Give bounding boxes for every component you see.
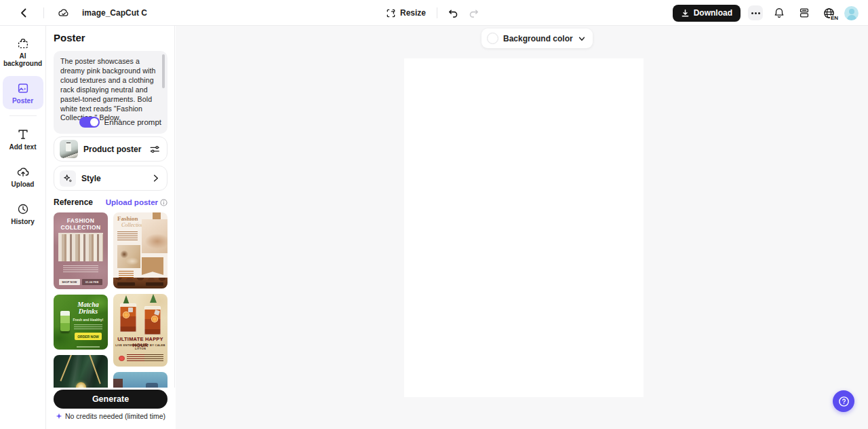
undo-button[interactable] [444,4,462,22]
artboard[interactable] [404,58,644,397]
enhance-prompt-toggle[interactable] [79,117,100,128]
product-poster-label: Product poster [83,145,149,154]
reference-thumb-happy-hour[interactable]: ULTIMATE HAPPY HOUR LIVE ENTERTAINMENT B… [113,294,167,367]
background-color-dropdown[interactable]: Background color [481,29,593,48]
heels-photo [142,219,167,253]
language-button[interactable]: EN [821,5,837,20]
poster-title: Collection [121,222,144,228]
style-card[interactable]: Style [54,166,167,191]
poster-subtitle: LIVE ENTERTAINMENT BY CALEB LITTON [113,343,167,350]
sidebar-item-add-text[interactable]: Add text [3,122,43,155]
fine-print [127,354,144,362]
printer-icon [798,7,810,19]
redo-icon [468,7,479,19]
cloud-saved-icon[interactable] [55,4,73,22]
clothing-rack-photo [58,233,103,261]
panel-footer: Generate No credits needed (limited time… [46,388,175,429]
language-badge: EN [830,16,839,21]
fine-print [144,354,163,362]
prompt-text[interactable]: The poster showcases a dreamy pink backg… [60,57,158,123]
notifications-button[interactable] [770,4,788,22]
fine-print [74,324,102,330]
poster-tagline: Fresh and Healthy! [71,318,105,322]
reference-thumb-fashion-cream[interactable]: Fashion Collection [113,212,167,288]
matcha-glass [60,311,70,331]
divider [437,7,437,18]
avatar[interactable] [844,6,859,20]
resize-label: Resize [400,8,426,18]
upload-poster-button[interactable]: Upload poster [106,198,167,206]
back-button[interactable] [15,4,33,22]
sidebar-item-label: Add text [9,143,37,151]
sidebar-item-label: AI background [3,52,43,67]
poster-panel: Poster The poster showcases a dreamy pin… [46,26,175,429]
sidebar-item-label: Poster [12,97,33,105]
redo-button[interactable] [465,4,482,22]
reference-thumb-fashion-pink[interactable]: FASHIONCOLLECTION SHOP NOW 01-04 FEB [54,212,108,289]
poster-icon [16,81,30,95]
divider [43,7,44,18]
poster-title: Fashion [117,216,138,222]
style-sparkle-icon [60,170,76,187]
sidebar-item-history[interactable]: History [3,197,43,230]
accessories-photo [117,245,140,268]
poster-title: COLLECTION [54,224,108,231]
sidebar-item-upload[interactable]: Upload [3,160,43,193]
reference-thumb-city[interactable] [113,372,167,388]
shop-now-button: SHOP NOW [59,279,80,285]
reference-label: Reference [54,198,93,207]
bag-dashed-icon [16,37,30,50]
download-icon [681,9,690,18]
top-bar: image_CapCut C Resize Download EN [0,0,868,26]
undo-icon [448,7,459,19]
poster-title: FASHION [54,217,108,224]
color-swatch [487,33,498,44]
gold-pendant [76,382,86,388]
chevron-left-icon [18,7,29,18]
bell-icon [773,7,785,19]
fine-print [63,265,98,274]
enhance-prompt-label: Enhance prompt [104,118,161,126]
order-now-button: ORDER NOW [75,333,102,340]
style-label: Style [81,174,151,183]
fine-print [117,231,138,241]
sparkle-icon [56,413,62,419]
sidebar-item-ai-background[interactable]: AI background [3,31,43,72]
sidebar-item-label: Upload [12,181,35,188]
resize-button[interactable]: Resize [382,5,430,21]
date-button: 01-04 FEB [82,279,103,285]
reference-thumb-matcha[interactable]: Matcha Drinks Fresh and Healthy! ORDER N… [54,295,108,350]
background-color-label: Background color [503,34,573,43]
product-poster-thumbnail [60,140,78,158]
document-title[interactable]: image_CapCut C [82,8,147,18]
upload-poster-label: Upload poster [106,198,158,206]
sliders-icon[interactable] [149,144,160,155]
generate-button[interactable]: Generate [54,390,167,409]
sidebar-item-poster[interactable]: Poster [3,76,43,109]
resize-icon [386,8,396,18]
download-button[interactable]: Download [673,5,741,22]
upload-cloud-icon [16,165,30,179]
credits-note: No credits needed (limited time) [65,412,165,420]
history-clock-icon [16,202,30,216]
download-label: Download [694,8,732,18]
more-options-button[interactable] [748,5,763,20]
prompt-input[interactable]: The poster showcases a dreamy pink backg… [54,51,167,134]
fine-print [77,346,100,348]
canvas-area: Background color [176,26,868,429]
tool-rail: AI background Poster Add text Upload His… [0,26,46,429]
help-button[interactable] [833,390,854,412]
print-button[interactable] [795,4,813,22]
info-icon[interactable] [160,199,167,206]
sidebar-item-label: History [11,218,34,225]
chevron-right-icon [151,174,160,183]
chevron-down-icon [578,35,586,43]
panel-title: Poster [54,32,85,43]
text-icon [16,128,30,141]
fine-print [119,271,134,278]
prompt-scrollbar[interactable] [162,54,165,88]
reference-thumb-necklace[interactable] [54,355,108,388]
product-poster-card[interactable]: Product poster [54,136,167,162]
divider [9,115,37,116]
question-icon [837,395,850,408]
